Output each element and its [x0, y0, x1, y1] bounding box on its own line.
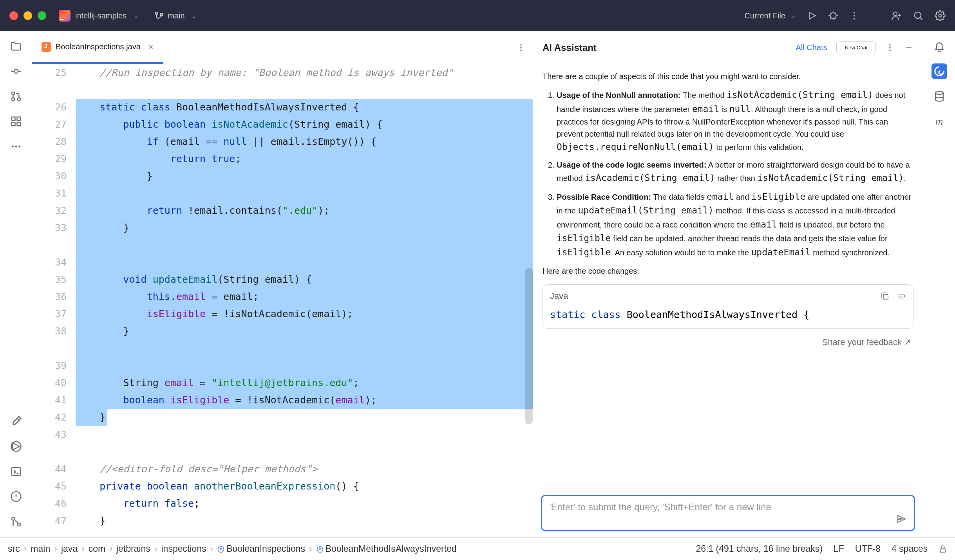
- project-tool-button[interactable]: [8, 38, 24, 54]
- editor-tab-actions[interactable]: [516, 43, 526, 52]
- right-tool-rail: m: [923, 31, 955, 537]
- svg-point-27: [520, 44, 522, 46]
- git-branch-selector[interactable]: main ⌄: [154, 11, 196, 20]
- search-icon: [913, 10, 924, 21]
- ai-input-box[interactable]: [541, 495, 915, 531]
- warning-icon: [10, 491, 22, 502]
- copy-icon: [880, 291, 890, 301]
- svg-rect-23: [11, 468, 20, 475]
- ai-code-block: Java static class BooleanMethodIsAlwaysI…: [543, 284, 913, 329]
- debug-button[interactable]: [828, 11, 838, 21]
- minimize-window-button[interactable]: [24, 11, 32, 20]
- code-area[interactable]: //Run inspection by name: "Boolean metho…: [76, 64, 533, 537]
- insert-code-button[interactable]: [897, 291, 906, 301]
- file-encoding[interactable]: UTF-8: [855, 544, 881, 554]
- vcs-tool-button[interactable]: [8, 514, 24, 529]
- breadcrumb-segment[interactable]: src: [8, 544, 20, 554]
- ai-point-item: Usage of the code logic seems inverted: …: [557, 159, 913, 185]
- indent-config[interactable]: 4 spaces: [892, 544, 928, 554]
- editor-tab[interactable]: BooleanInspections.java ×: [32, 31, 163, 64]
- breadcrumb-segment[interactable]: jetbrains: [116, 544, 150, 554]
- search-everywhere-button[interactable]: [913, 10, 924, 21]
- svg-point-6: [854, 18, 855, 19]
- readonly-toggle[interactable]: [939, 545, 947, 553]
- build-tool-button[interactable]: [8, 414, 24, 429]
- svg-rect-14: [11, 117, 15, 121]
- breadcrumb-segment[interactable]: java: [61, 544, 78, 554]
- svg-point-28: [520, 47, 522, 49]
- database-tool-button[interactable]: [931, 89, 947, 104]
- structure-icon: [10, 116, 22, 127]
- ai-input-field[interactable]: [549, 502, 907, 513]
- window-controls: [9, 11, 46, 20]
- branch-name-label: main: [168, 11, 184, 20]
- run-button[interactable]: [807, 11, 817, 21]
- caret-position[interactable]: 26:1 (491 chars, 16 line breaks): [696, 544, 822, 554]
- pull-requests-tool-button[interactable]: [8, 89, 24, 104]
- copy-code-button[interactable]: [880, 291, 890, 301]
- settings-button[interactable]: [935, 10, 946, 21]
- all-chats-link[interactable]: All Chats: [796, 43, 827, 52]
- project-selector[interactable]: intellij-samples ⌄: [59, 10, 139, 22]
- line-separator[interactable]: LF: [834, 544, 844, 554]
- breadcrumb-segment[interactable]: BooleanInspections: [217, 544, 305, 554]
- ai-point-item: Possible Race Condition: The data fields…: [557, 190, 913, 260]
- more-vertical-icon: [516, 43, 526, 52]
- maven-tool-button[interactable]: m: [931, 114, 947, 129]
- chevron-down-icon: ⌄: [791, 12, 796, 20]
- breadcrumb-segment[interactable]: BooleanMethodIsAlwaysInverted: [316, 544, 457, 554]
- maximize-window-button[interactable]: [38, 11, 46, 20]
- pull-request-icon: [10, 90, 22, 102]
- svg-point-8: [915, 12, 921, 18]
- more-vertical-icon: [885, 43, 895, 52]
- line-number-gutter: 2526272829303132333435363738394041424344…: [32, 64, 76, 537]
- svg-point-3: [830, 13, 836, 18]
- ai-chat-body: There are a couple of aspects of this co…: [533, 64, 923, 495]
- breadcrumb-separator: ›: [81, 544, 85, 554]
- breadcrumb-segment[interactable]: inspections: [161, 544, 206, 554]
- commit-tool-button[interactable]: [8, 63, 24, 79]
- svg-point-20: [18, 146, 20, 148]
- close-tab-button[interactable]: ×: [148, 42, 154, 52]
- svg-marker-2: [810, 12, 816, 19]
- editor-body[interactable]: 2526272829303132333435363738394041424344…: [32, 64, 533, 537]
- left-tool-rail: [0, 31, 32, 537]
- svg-point-9: [939, 14, 942, 17]
- breadcrumb[interactable]: src›main›java›com›jetbrains›inspections›…: [8, 544, 457, 554]
- svg-point-12: [11, 98, 14, 101]
- run-tool-button[interactable]: [8, 439, 24, 454]
- editor-scrollbar[interactable]: [525, 268, 533, 425]
- code-with-me-button[interactable]: [891, 10, 902, 21]
- svg-point-5: [854, 15, 855, 16]
- breadcrumb-segment[interactable]: com: [89, 544, 105, 554]
- terminal-tool-button[interactable]: [8, 464, 24, 479]
- more-horizontal-icon: [10, 141, 22, 152]
- problems-tool-button[interactable]: [8, 489, 24, 504]
- minimize-icon: [904, 43, 913, 52]
- run-config-selector[interactable]: Current File ⌄: [745, 11, 796, 20]
- ai-swirl-icon: [933, 65, 945, 77]
- branch-icon: [154, 11, 164, 20]
- share-feedback-link[interactable]: Share your feedback ↗: [543, 332, 913, 354]
- run-window-icon: [10, 441, 22, 452]
- ai-more-button[interactable]: [885, 43, 895, 52]
- breadcrumb-segment[interactable]: main: [31, 544, 50, 554]
- svg-rect-17: [17, 123, 20, 126]
- minimize-panel-button[interactable]: [904, 43, 913, 52]
- svg-point-34: [935, 92, 943, 95]
- notifications-tool-button[interactable]: [931, 38, 947, 54]
- svg-point-11: [11, 92, 14, 95]
- breadcrumb-separator: ›: [210, 544, 213, 554]
- class-icon: [217, 546, 225, 553]
- svg-rect-33: [883, 294, 888, 299]
- more-tools-button[interactable]: [8, 139, 24, 154]
- more-actions-button[interactable]: [849, 11, 859, 21]
- new-chat-button[interactable]: New Chat: [836, 41, 876, 54]
- close-window-button[interactable]: [9, 11, 18, 20]
- lock-icon: [939, 545, 947, 553]
- run-config-label: Current File: [745, 11, 785, 20]
- structure-tool-button[interactable]: [8, 114, 24, 129]
- ai-panel-title: AI Assistant: [543, 42, 597, 53]
- send-button[interactable]: [896, 513, 907, 524]
- ai-assistant-tool-button[interactable]: [931, 63, 947, 79]
